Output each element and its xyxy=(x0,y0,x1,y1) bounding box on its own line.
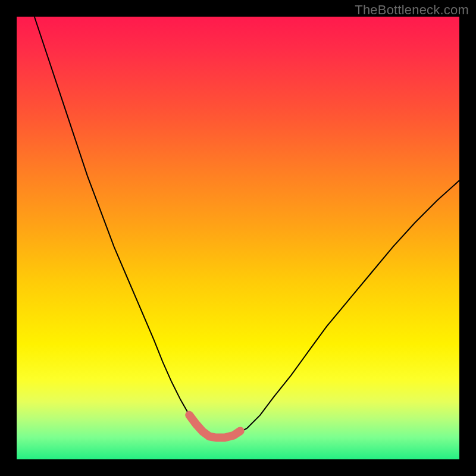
chart-svg xyxy=(17,17,459,459)
watermark-text: TheBottleneck.com xyxy=(355,2,469,18)
highlight-marker xyxy=(189,415,240,438)
chart-frame: TheBottleneck.com xyxy=(0,0,476,476)
plot-area xyxy=(17,17,459,459)
series-curve xyxy=(35,17,459,438)
